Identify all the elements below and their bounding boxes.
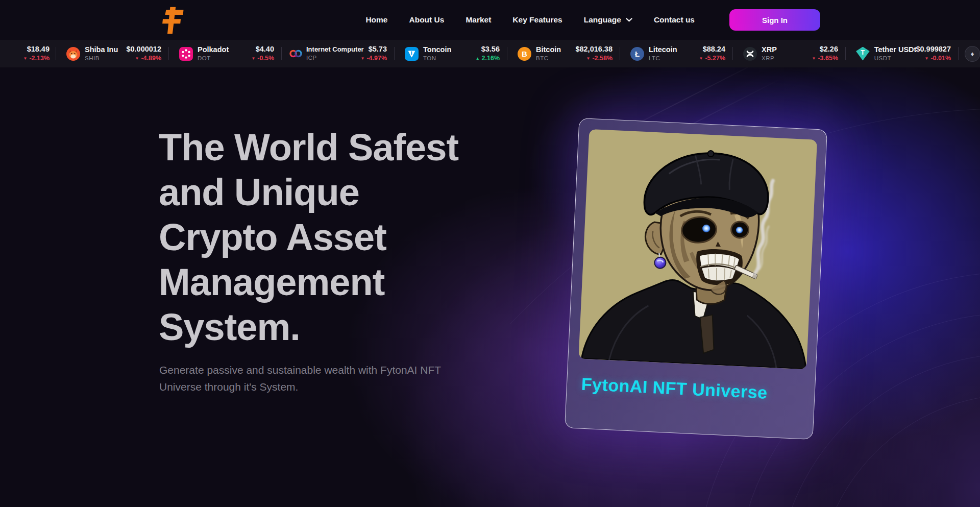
nft-card-title: FytonAI NFT Universe [581,374,804,405]
down-arrow-icon: ▼ [924,56,928,61]
nav-label: Contact us [654,15,695,25]
toncoin-icon [405,47,419,61]
coin-change: ▼-2.58% [586,55,612,62]
litecoin-icon: Ł [630,47,644,61]
down-arrow-icon: ▼ [699,56,703,61]
coin-change: ▼-4.97% [360,55,387,62]
down-arrow-icon: ▼ [135,56,139,61]
hero-heading: The World Safest and Unique Crypto Asset… [159,125,458,350]
nav-item-home[interactable]: Home [365,15,387,25]
down-arrow-icon: ▼ [251,56,255,61]
top-navbar: Home About Us Market Key Features Langua… [0,0,980,40]
nav-item-about[interactable]: About Us [409,15,444,25]
nft-card: FytonAI NFT Universe [565,118,827,440]
nav-item-key-features[interactable]: Key Features [512,15,562,25]
nav-label: Language [584,15,621,25]
nav-label: Key Features [512,15,562,25]
ethereum-icon: ♦ [965,46,980,62]
page: Home About Us Market Key Features Langua… [0,0,980,507]
coin-change: ▼-3.65% [812,55,838,62]
ticker-item-dot[interactable]: Polkadot DOT $4.40 ▼-0.5% [169,40,282,67]
coin-change: ▼-0.01% [924,55,951,62]
coin-price: $82,016.38 [575,45,612,54]
coin-name: Tether USDt [874,45,916,54]
coin-price: $0.000012 [126,45,161,54]
nav-label: Home [365,15,387,25]
coin-symbol: TON [423,55,451,62]
hero-subtitle: Generate passive and sustainable wealth … [159,361,441,395]
nav-item-contact[interactable]: Contact us [654,15,695,25]
polkadot-icon [179,47,193,61]
coin-symbol: LTC [649,55,677,62]
coin-price: $0.999827 [916,45,951,54]
coin-price: $2.26 [820,45,838,54]
coin-price: $4.40 [256,45,274,54]
down-arrow-icon: ▼ [812,56,816,61]
coin-name: XRP [762,45,777,54]
bitcoin-icon: B [518,47,531,61]
nav-item-language[interactable]: Language [584,15,632,25]
nav-label: Market [465,15,491,25]
ticker-item-btc[interactable]: B Bitcoin BTC $82,016.38 ▼-2.58% [507,40,620,67]
coin-symbol: USDT [874,55,916,62]
nav-item-market[interactable]: Market [465,15,491,25]
coin-name: Polkadot [198,45,229,54]
ticker-item-eth-partial[interactable]: ♦ [959,46,980,62]
coin-symbol: BTC [536,55,561,62]
ticker-item-partial[interactable]: $18.49 ▼-2.13% [0,40,56,67]
coin-symbol: ICP [306,55,360,61]
hero-section: The World Safest and Unique Crypto Asset… [0,67,980,507]
coin-price: $3.56 [481,45,500,54]
ticker-item-shib[interactable]: Shiba Inu SHIB $0.000012 ▼-4.89% [56,40,169,67]
coin-change: ▼-0.5% [251,55,274,62]
ticker-item-ltc[interactable]: Ł Litecoin LTC $88.24 ▼-5.27% [620,40,733,67]
coin-symbol: XRP [762,55,777,62]
ticker-item-xrp[interactable]: XRP XRP $2.26 ▼-3.65% [733,40,846,67]
coin-symbol: SHIB [85,55,118,62]
coin-change: ▲2.16% [476,55,500,62]
internet-computer-icon [289,47,303,61]
ticker-item-usdt[interactable]: T Tether USDt USDT $0.999827 ▼-0.01% [846,40,959,67]
down-arrow-icon: ▼ [23,56,27,61]
coin-price: $18.49 [27,45,50,54]
ticker-item-icp[interactable]: Internet Computer ICP $5.73 ▼-4.97% [282,40,395,67]
coin-price: $5.73 [369,45,387,54]
xrp-icon [743,47,757,61]
coin-name: Litecoin [649,45,677,54]
coin-price: $88.24 [703,45,725,54]
coin-name: Shiba Inu [85,45,118,54]
down-arrow-icon: ▼ [360,56,364,61]
tether-icon: T [856,47,870,61]
coin-symbol: DOT [198,55,229,62]
brand-logo-icon[interactable] [158,5,186,35]
chevron-down-icon [626,18,632,22]
crypto-price-ticker: $18.49 ▼-2.13% Shiba Inu SHIB $0.000012 … [0,40,980,67]
nft-image [578,129,817,370]
main-nav: Home About Us Market Key Features Langua… [365,9,820,31]
sign-in-button[interactable]: Sign In [729,9,820,31]
coin-name: Toncoin [423,45,451,54]
ticker-item-ton[interactable]: Toncoin TON $3.56 ▲2.16% [395,40,507,67]
down-arrow-icon: ▼ [586,56,590,61]
coin-name: Internet Computer [306,46,360,54]
coin-change: ▼-5.27% [699,55,725,62]
up-arrow-icon: ▲ [476,56,480,61]
nav-label: About Us [409,15,444,25]
shiba-inu-icon [66,47,80,61]
coin-change: ▼-2.13% [23,55,50,62]
coin-change: ▼-4.89% [135,55,161,62]
coin-name: Bitcoin [536,45,561,54]
